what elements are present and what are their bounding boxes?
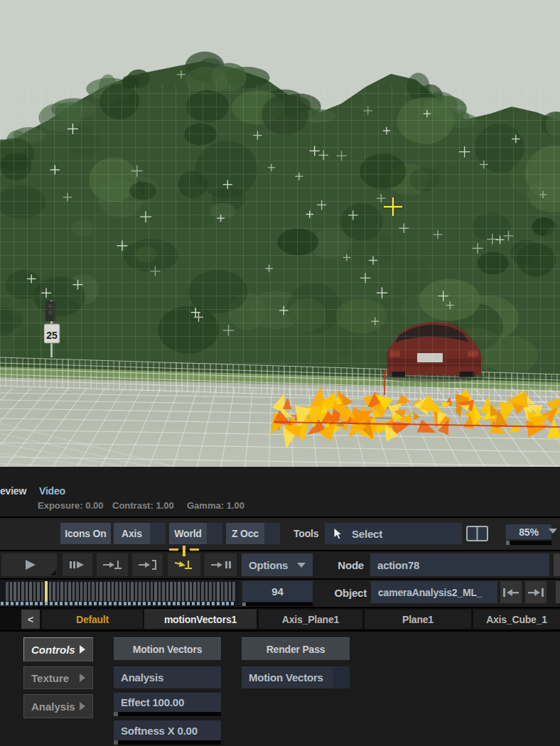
select-cursor-icon <box>332 527 343 540</box>
play-step-button[interactable] <box>63 553 92 576</box>
view-toolbar: Icons On Axis World Z Occ Tools Select <box>0 518 560 550</box>
tabs-back-button[interactable]: < <box>21 610 40 629</box>
world-button[interactable]: World <box>169 523 222 544</box>
scene-canvas[interactable]: 25 <box>0 0 560 467</box>
z-occ-button[interactable]: Z Occ <box>226 523 280 544</box>
softness-x-value-field[interactable]: Softness X 0.00 <box>114 720 221 740</box>
zoom-level-control[interactable]: 85% <box>506 524 551 545</box>
zoom-slider[interactable] <box>506 541 551 545</box>
softness-x-slider[interactable] <box>114 740 221 745</box>
world-dropdown-strip[interactable] <box>207 523 222 544</box>
tab-plane1[interactable]: Plane1 <box>365 610 471 629</box>
section-arrow-icon <box>80 674 85 682</box>
goto-pause-icon <box>210 559 232 571</box>
tab-default[interactable]: Default <box>42 610 143 629</box>
zoom-dropdown-arrow-icon[interactable] <box>549 529 557 534</box>
motion-vectors-button[interactable]: Motion Vectors <box>114 637 221 660</box>
tab-motionvectors1[interactable]: motionVectors1 <box>144 610 257 629</box>
goto-next-keyframe-button[interactable] <box>97 553 128 576</box>
exposure-readout: Exposure: 0.00 <box>38 500 104 511</box>
object-nav-button-partial[interactable] <box>556 581 560 603</box>
select-tool-button[interactable]: Select <box>325 523 462 544</box>
motion-vectors-select-strip[interactable] <box>333 666 350 688</box>
options-dropdown[interactable]: Options <box>242 553 313 576</box>
tab-axis-cube-1[interactable]: Axis_Cube_1 <box>473 610 560 629</box>
object-label: Object <box>328 587 367 599</box>
goto-keyframe-active-icon <box>174 559 194 571</box>
current-frame-field[interactable]: 94 <box>242 581 313 602</box>
tab-axis-plane1[interactable]: Axis_Plane1 <box>259 610 362 629</box>
goto-end-button[interactable] <box>132 553 163 576</box>
effect-value-field[interactable]: Effect 100.00 <box>114 693 221 712</box>
goto-keyframe-icon <box>102 559 122 571</box>
jump-first-icon <box>502 587 520 598</box>
section-arrow-icon <box>80 645 85 654</box>
axis-button[interactable]: Axis <box>114 523 166 544</box>
play-icon <box>20 559 38 571</box>
frame-slider[interactable] <box>242 602 313 606</box>
split-view-icon <box>465 525 489 542</box>
viewport-3d[interactable]: 25 <box>0 0 560 467</box>
gamma-readout: Gamma: 1.00 <box>187 500 244 511</box>
axis-dropdown-strip[interactable] <box>150 523 166 544</box>
node-name-field[interactable]: action78 <box>370 553 549 576</box>
section-arrow-icon <box>80 702 85 710</box>
contrast-readout: Contrast: 1.00 <box>112 500 174 511</box>
tab-video[interactable]: Video <box>39 485 65 497</box>
tab-preview-partial[interactable]: eview <box>0 485 26 497</box>
goto-keyframe-active-button[interactable] <box>168 553 200 576</box>
z-occ-dropdown-strip[interactable] <box>264 523 280 544</box>
options-dropdown-arrow-icon <box>297 563 306 568</box>
split-view-button[interactable] <box>465 525 489 542</box>
node-nav-button-partial[interactable] <box>554 553 560 576</box>
control-panel: Controls Texture Analysis Motion Vectors… <box>0 632 560 746</box>
icons-on-button[interactable]: Icons On <box>60 523 111 544</box>
timeline-row: 94 Object cameraAnalysis2_ML_ <box>0 580 560 607</box>
effect-slider[interactable] <box>114 712 221 716</box>
zoom-level-value[interactable]: 85% <box>506 524 551 539</box>
node-label: Node <box>331 559 364 571</box>
section-texture[interactable]: Texture <box>23 666 93 689</box>
compositing-app-window: 25 eview Video Exposure: 0.00 Contrast: … <box>0 0 560 746</box>
sign-text: 25 <box>46 330 58 341</box>
object-tabs-bar: < Default motionVectors1 Axis_Plane1 Pla… <box>0 608 560 630</box>
preview-info-bar: eview Video Exposure: 0.00 Contrast: 1.0… <box>0 467 560 517</box>
motion-vectors-select[interactable]: Motion Vectors <box>242 666 350 688</box>
section-analysis[interactable]: Analysis <box>23 694 93 718</box>
goto-pause-button[interactable] <box>205 553 237 576</box>
analysis-toggle[interactable]: Analysis <box>114 666 221 688</box>
play-step-icon <box>68 559 87 571</box>
object-name-field[interactable]: cameraAnalysis2_ML_ <box>371 581 497 603</box>
jump-first-button[interactable] <box>500 581 522 603</box>
tools-label: Tools <box>294 528 318 539</box>
jump-last-button[interactable] <box>525 581 546 603</box>
frame-timeline[interactable] <box>0 580 239 606</box>
goto-bracket-icon <box>138 559 158 571</box>
section-controls[interactable]: Controls <box>23 637 93 661</box>
jump-last-icon <box>527 587 545 598</box>
play-button[interactable] <box>1 553 57 576</box>
transport-bar: Options Node action78 <box>0 551 560 578</box>
render-pass-button[interactable]: Render Pass <box>242 637 350 660</box>
